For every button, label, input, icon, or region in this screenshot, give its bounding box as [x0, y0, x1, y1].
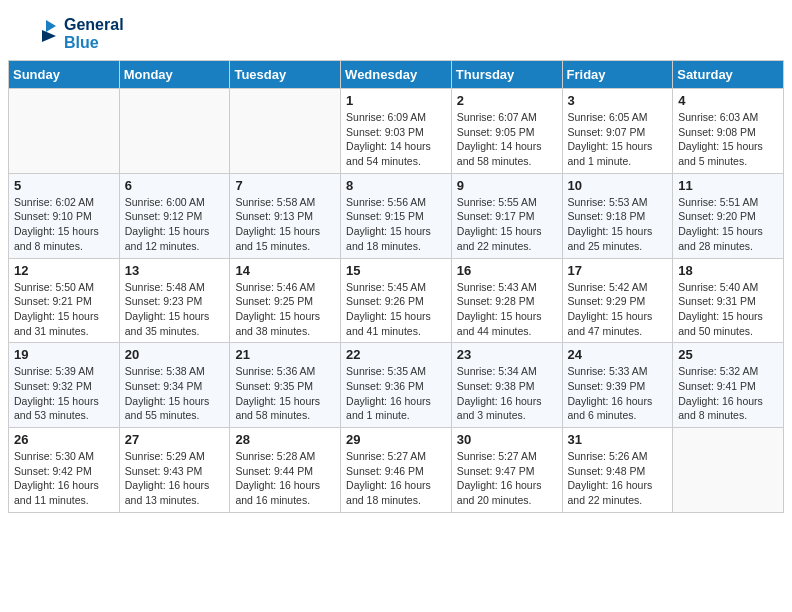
- day-info: Sunrise: 5:42 AM Sunset: 9:29 PM Dayligh…: [568, 280, 668, 339]
- calendar-cell: 14Sunrise: 5:46 AM Sunset: 9:25 PM Dayli…: [230, 258, 341, 343]
- logo-blue: Blue: [64, 34, 124, 52]
- day-number: 21: [235, 347, 335, 362]
- day-number: 13: [125, 263, 225, 278]
- day-info: Sunrise: 5:48 AM Sunset: 9:23 PM Dayligh…: [125, 280, 225, 339]
- calendar-cell: 15Sunrise: 5:45 AM Sunset: 9:26 PM Dayli…: [341, 258, 452, 343]
- day-info: Sunrise: 5:26 AM Sunset: 9:48 PM Dayligh…: [568, 449, 668, 508]
- calendar-cell: 1Sunrise: 6:09 AM Sunset: 9:03 PM Daylig…: [341, 89, 452, 174]
- day-info: Sunrise: 6:07 AM Sunset: 9:05 PM Dayligh…: [457, 110, 557, 169]
- day-number: 4: [678, 93, 778, 108]
- calendar-cell: 6Sunrise: 6:00 AM Sunset: 9:12 PM Daylig…: [119, 173, 230, 258]
- calendar-cell: 4Sunrise: 6:03 AM Sunset: 9:08 PM Daylig…: [673, 89, 784, 174]
- day-number: 20: [125, 347, 225, 362]
- calendar-cell: 19Sunrise: 5:39 AM Sunset: 9:32 PM Dayli…: [9, 343, 120, 428]
- calendar-cell: 28Sunrise: 5:28 AM Sunset: 9:44 PM Dayli…: [230, 428, 341, 513]
- calendar-cell: [119, 89, 230, 174]
- day-number: 17: [568, 263, 668, 278]
- day-info: Sunrise: 5:34 AM Sunset: 9:38 PM Dayligh…: [457, 364, 557, 423]
- calendar-cell: 23Sunrise: 5:34 AM Sunset: 9:38 PM Dayli…: [451, 343, 562, 428]
- day-number: 14: [235, 263, 335, 278]
- calendar-cell: 29Sunrise: 5:27 AM Sunset: 9:46 PM Dayli…: [341, 428, 452, 513]
- calendar-cell: 11Sunrise: 5:51 AM Sunset: 9:20 PM Dayli…: [673, 173, 784, 258]
- day-number: 23: [457, 347, 557, 362]
- calendar-week-5: 26Sunrise: 5:30 AM Sunset: 9:42 PM Dayli…: [9, 428, 784, 513]
- calendar-cell: 17Sunrise: 5:42 AM Sunset: 9:29 PM Dayli…: [562, 258, 673, 343]
- calendar-week-2: 5Sunrise: 6:02 AM Sunset: 9:10 PM Daylig…: [9, 173, 784, 258]
- svg-marker-0: [46, 20, 56, 32]
- col-header-thursday: Thursday: [451, 61, 562, 89]
- col-header-tuesday: Tuesday: [230, 61, 341, 89]
- calendar-cell: [230, 89, 341, 174]
- day-info: Sunrise: 5:43 AM Sunset: 9:28 PM Dayligh…: [457, 280, 557, 339]
- day-number: 26: [14, 432, 114, 447]
- calendar-cell: 8Sunrise: 5:56 AM Sunset: 9:15 PM Daylig…: [341, 173, 452, 258]
- day-number: 5: [14, 178, 114, 193]
- day-number: 10: [568, 178, 668, 193]
- day-number: 31: [568, 432, 668, 447]
- day-info: Sunrise: 5:55 AM Sunset: 9:17 PM Dayligh…: [457, 195, 557, 254]
- day-info: Sunrise: 5:38 AM Sunset: 9:34 PM Dayligh…: [125, 364, 225, 423]
- calendar-header-row: SundayMondayTuesdayWednesdayThursdayFrid…: [9, 61, 784, 89]
- col-header-wednesday: Wednesday: [341, 61, 452, 89]
- calendar-week-4: 19Sunrise: 5:39 AM Sunset: 9:32 PM Dayli…: [9, 343, 784, 428]
- day-number: 25: [678, 347, 778, 362]
- day-info: Sunrise: 5:46 AM Sunset: 9:25 PM Dayligh…: [235, 280, 335, 339]
- day-info: Sunrise: 5:33 AM Sunset: 9:39 PM Dayligh…: [568, 364, 668, 423]
- calendar-cell: 31Sunrise: 5:26 AM Sunset: 9:48 PM Dayli…: [562, 428, 673, 513]
- day-info: Sunrise: 5:45 AM Sunset: 9:26 PM Dayligh…: [346, 280, 446, 339]
- col-header-monday: Monday: [119, 61, 230, 89]
- day-info: Sunrise: 5:51 AM Sunset: 9:20 PM Dayligh…: [678, 195, 778, 254]
- calendar-cell: 25Sunrise: 5:32 AM Sunset: 9:41 PM Dayli…: [673, 343, 784, 428]
- day-number: 8: [346, 178, 446, 193]
- calendar-cell: 22Sunrise: 5:35 AM Sunset: 9:36 PM Dayli…: [341, 343, 452, 428]
- calendar-cell: 16Sunrise: 5:43 AM Sunset: 9:28 PM Dayli…: [451, 258, 562, 343]
- day-info: Sunrise: 5:53 AM Sunset: 9:18 PM Dayligh…: [568, 195, 668, 254]
- calendar-cell: 27Sunrise: 5:29 AM Sunset: 9:43 PM Dayli…: [119, 428, 230, 513]
- logo: GeneralBlue: [20, 16, 124, 52]
- day-info: Sunrise: 5:29 AM Sunset: 9:43 PM Dayligh…: [125, 449, 225, 508]
- day-number: 30: [457, 432, 557, 447]
- day-info: Sunrise: 5:39 AM Sunset: 9:32 PM Dayligh…: [14, 364, 114, 423]
- logo-general: General: [64, 16, 124, 34]
- calendar-week-3: 12Sunrise: 5:50 AM Sunset: 9:21 PM Dayli…: [9, 258, 784, 343]
- day-number: 16: [457, 263, 557, 278]
- day-number: 19: [14, 347, 114, 362]
- calendar-cell: 3Sunrise: 6:05 AM Sunset: 9:07 PM Daylig…: [562, 89, 673, 174]
- day-info: Sunrise: 5:50 AM Sunset: 9:21 PM Dayligh…: [14, 280, 114, 339]
- day-info: Sunrise: 5:40 AM Sunset: 9:31 PM Dayligh…: [678, 280, 778, 339]
- day-number: 18: [678, 263, 778, 278]
- day-info: Sunrise: 5:36 AM Sunset: 9:35 PM Dayligh…: [235, 364, 335, 423]
- day-number: 24: [568, 347, 668, 362]
- calendar-cell: 20Sunrise: 5:38 AM Sunset: 9:34 PM Dayli…: [119, 343, 230, 428]
- day-number: 3: [568, 93, 668, 108]
- day-info: Sunrise: 5:28 AM Sunset: 9:44 PM Dayligh…: [235, 449, 335, 508]
- calendar-cell: [9, 89, 120, 174]
- logo-icon: [20, 16, 60, 52]
- svg-marker-1: [42, 30, 56, 42]
- day-number: 7: [235, 178, 335, 193]
- day-info: Sunrise: 5:35 AM Sunset: 9:36 PM Dayligh…: [346, 364, 446, 423]
- day-number: 22: [346, 347, 446, 362]
- calendar-cell: [673, 428, 784, 513]
- calendar-week-1: 1Sunrise: 6:09 AM Sunset: 9:03 PM Daylig…: [9, 89, 784, 174]
- day-number: 28: [235, 432, 335, 447]
- calendar-cell: 30Sunrise: 5:27 AM Sunset: 9:47 PM Dayli…: [451, 428, 562, 513]
- calendar-cell: 12Sunrise: 5:50 AM Sunset: 9:21 PM Dayli…: [9, 258, 120, 343]
- calendar-cell: 18Sunrise: 5:40 AM Sunset: 9:31 PM Dayli…: [673, 258, 784, 343]
- day-info: Sunrise: 6:05 AM Sunset: 9:07 PM Dayligh…: [568, 110, 668, 169]
- day-number: 11: [678, 178, 778, 193]
- calendar-cell: 7Sunrise: 5:58 AM Sunset: 9:13 PM Daylig…: [230, 173, 341, 258]
- calendar-cell: 5Sunrise: 6:02 AM Sunset: 9:10 PM Daylig…: [9, 173, 120, 258]
- calendar-cell: 9Sunrise: 5:55 AM Sunset: 9:17 PM Daylig…: [451, 173, 562, 258]
- day-info: Sunrise: 5:27 AM Sunset: 9:46 PM Dayligh…: [346, 449, 446, 508]
- day-info: Sunrise: 5:27 AM Sunset: 9:47 PM Dayligh…: [457, 449, 557, 508]
- col-header-sunday: Sunday: [9, 61, 120, 89]
- day-number: 15: [346, 263, 446, 278]
- day-info: Sunrise: 6:03 AM Sunset: 9:08 PM Dayligh…: [678, 110, 778, 169]
- day-number: 2: [457, 93, 557, 108]
- day-info: Sunrise: 5:56 AM Sunset: 9:15 PM Dayligh…: [346, 195, 446, 254]
- calendar-table: SundayMondayTuesdayWednesdayThursdayFrid…: [8, 60, 784, 513]
- day-info: Sunrise: 6:02 AM Sunset: 9:10 PM Dayligh…: [14, 195, 114, 254]
- col-header-saturday: Saturday: [673, 61, 784, 89]
- day-info: Sunrise: 5:58 AM Sunset: 9:13 PM Dayligh…: [235, 195, 335, 254]
